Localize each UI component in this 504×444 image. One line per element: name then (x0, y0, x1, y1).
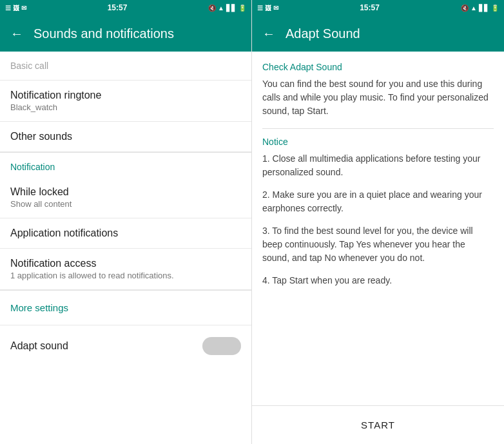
notice-item-4: 4. Tap Start when you are ready. (262, 274, 494, 287)
right-mute-icon: 🔇 (461, 5, 469, 12)
adapt-sound-item[interactable]: Adapt sound (0, 325, 251, 367)
notification-ringtone-title: Notification ringtone (10, 90, 241, 101)
battery-icon: 🔋 (238, 5, 246, 12)
left-status-bar: ☰ 🖼 ✉ 15:57 🔇 ▲ ▋▋ 🔋 (0, 0, 251, 15)
app-notifications-title: Application notifications (10, 227, 241, 239)
right-time: 15:57 (360, 3, 380, 12)
notification-access-subtitle: 1 application is allowed to read notific… (10, 271, 241, 280)
right-panel: ☰ 🖼 ✉ 15:57 🔇 ▲ ▋▋ 🔋 ← Adapt Sound Check… (252, 0, 504, 444)
wifi-icon: ▲ (218, 5, 224, 12)
right-status-bar: ☰ 🖼 ✉ 15:57 🔇 ▲ ▋▋ 🔋 (252, 0, 504, 15)
right-wifi-icon: ▲ (470, 5, 477, 12)
left-panel: ☰ 🖼 ✉ 15:57 🔇 ▲ ▋▋ 🔋 ← Sounds and notifi… (0, 0, 252, 444)
app-notifications-item[interactable]: Application notifications (0, 218, 251, 249)
notice-label: Notice (262, 137, 494, 147)
other-sounds-title: Other sounds (10, 131, 241, 142)
right-menu-icon: ☰ (257, 5, 263, 12)
notification-ringtone-item[interactable]: Notification ringtone Black_watch (0, 81, 251, 122)
other-sounds-item[interactable]: Other sounds (0, 122, 251, 152)
more-settings-link[interactable]: More settings (0, 291, 251, 325)
basic-call-item[interactable]: Basic call (0, 52, 251, 81)
right-mail-icon: ✉ (273, 5, 278, 12)
left-time: 15:57 (108, 3, 128, 12)
right-signal-icon: ▋▋ (479, 5, 489, 12)
right-status-icons-left: ☰ 🖼 ✉ (257, 5, 278, 12)
right-content: Check Adapt Sound You can find the best … (252, 52, 504, 405)
check-adapt-sound-label: Check Adapt Sound (262, 62, 494, 72)
adapt-sound-label: Adapt sound (10, 340, 68, 352)
settings-list: Basic call Notification ringtone Black_w… (0, 52, 251, 444)
right-battery-icon: 🔋 (491, 5, 499, 12)
notification-ringtone-subtitle: Black_watch (10, 102, 241, 112)
left-back-button[interactable]: ← (10, 26, 23, 41)
menu-icon: ☰ (5, 5, 11, 12)
left-app-header: ← Sounds and notifications (0, 15, 251, 52)
start-button-label: START (361, 420, 395, 430)
while-locked-title: While locked (10, 186, 241, 198)
notice-divider (262, 128, 494, 129)
mail-icon: ✉ (21, 5, 26, 12)
notification-access-title: Notification access (10, 258, 241, 269)
notification-access-item[interactable]: Notification access 1 application is all… (0, 249, 251, 290)
left-status-icons-left: ☰ 🖼 ✉ (5, 5, 26, 12)
adapt-sound-toggle[interactable] (202, 337, 241, 355)
start-button[interactable]: START (252, 405, 504, 444)
right-status-icons-right: 🔇 ▲ ▋▋ 🔋 (461, 5, 499, 12)
right-app-header: ← Adapt Sound (252, 15, 504, 52)
check-adapt-sound-text: You can find the best sound for you and … (262, 77, 494, 118)
basic-call-title: Basic call (10, 61, 241, 71)
right-image-icon: 🖼 (265, 5, 271, 12)
signal-icon: ▋▋ (226, 5, 237, 12)
image-icon: 🖼 (13, 5, 19, 12)
while-locked-item[interactable]: While locked Show all content (0, 177, 251, 218)
right-header-title: Adapt Sound (286, 26, 360, 41)
notice-item-1: 1. Close all multimedia applications bef… (262, 152, 494, 179)
mute-icon: 🔇 (208, 5, 216, 12)
while-locked-subtitle: Show all content (10, 199, 241, 209)
right-back-button[interactable]: ← (262, 26, 275, 41)
notice-item-3: 3. To find the best sound level for you,… (262, 224, 494, 265)
left-status-icons-right: 🔇 ▲ ▋▋ 🔋 (208, 5, 246, 12)
notification-section-header: Notification (0, 153, 251, 177)
left-header-title: Sounds and notifications (34, 26, 174, 41)
notice-item-2: 2. Make sure you are in a quiet place an… (262, 188, 494, 215)
